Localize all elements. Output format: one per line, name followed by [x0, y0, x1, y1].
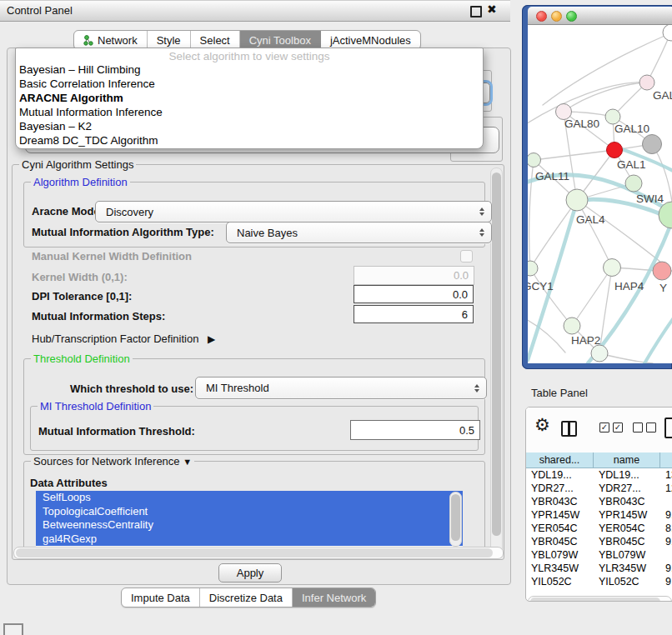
network-node[interactable]: [639, 75, 654, 90]
algorithm-option[interactable]: ARACNE Algorithm: [16, 91, 483, 105]
expander-right-arrow-icon[interactable]: ▶: [208, 333, 215, 345]
bottom-tabbar: Impute Data Discretize Data Infer Networ…: [121, 588, 376, 608]
table-row[interactable]: YBL079WYBL079W: [526, 548, 672, 562]
apply-button[interactable]: Apply: [218, 563, 282, 582]
data-attribute-item[interactable]: TopologicalCoefficient: [36, 505, 463, 519]
table-row[interactable]: YLR345WYLR345W9.: [526, 562, 672, 575]
tab-discretize-data-label: Discretize Data: [209, 592, 283, 604]
gear-icon[interactable]: ⚙: [534, 415, 550, 435]
mi-threshold-input[interactable]: 0.5: [350, 420, 480, 440]
table-cell: 9.: [660, 508, 672, 522]
tab-style-label: Style: [157, 34, 181, 47]
table-horizontal-scrollbar[interactable]: [528, 596, 672, 602]
settings-hscroll-thumb[interactable]: [16, 548, 493, 558]
hub-tf-definition-label: Hub/Transcription Factor Definition: [32, 332, 198, 345]
network-node[interactable]: [528, 261, 538, 276]
tab-style[interactable]: Style: [148, 31, 191, 49]
network-node[interactable]: [604, 259, 621, 277]
network-node[interactable]: [528, 153, 541, 168]
minimize-traffic-light[interactable]: [551, 11, 562, 22]
network-node[interactable]: [653, 262, 671, 280]
tab-cyni-toolbox[interactable]: Cyni Toolbox: [240, 31, 321, 49]
data-attribute-item[interactable]: gal4RGexp: [36, 532, 463, 547]
network-canvas[interactable]: GALGAL80GAL10GAL1GAL11SWI4GAL4GCY1HAP4YH…: [528, 25, 672, 363]
data-attribute-item[interactable]: SelfLoops: [36, 491, 463, 505]
network-node[interactable]: [566, 189, 588, 211]
aracne-mode-combo[interactable]: Discovery: [95, 201, 492, 222]
tab-jactivemnodules[interactable]: jActiveMNodules: [321, 31, 420, 49]
table-header-row: shared...name: [526, 452, 672, 468]
mi-threshold-value: 0.5: [459, 424, 474, 437]
node-label: GAL80: [564, 118, 599, 130]
network-edge: [577, 200, 612, 268]
mi-algorithm-type-label: Mutual Information Algorithm Type:: [32, 226, 214, 238]
network-window-titlebar[interactable]: [528, 7, 672, 25]
data-attribute-item[interactable]: BetweennessCentrality: [36, 518, 463, 532]
table-row[interactable]: YBR045CYBR045C9.: [526, 535, 672, 548]
kernel-width-input[interactable]: 0.0: [354, 266, 474, 285]
table-row[interactable]: YER054CYER054C8.: [526, 522, 672, 535]
which-threshold-combo[interactable]: MI Threshold: [195, 377, 487, 399]
mi-threshold-label: Mutual Information Threshold:: [38, 425, 195, 438]
window-grip[interactable]: [3, 623, 23, 635]
mi-steps-input[interactable]: 6: [354, 305, 474, 323]
cyni-algorithm-settings-title: Cyni Algorithm Settings: [19, 158, 136, 171]
network-node[interactable]: [591, 345, 608, 362]
document-icon[interactable]: [664, 418, 672, 438]
stepper-arrows-icon: [474, 384, 479, 392]
table-cell: YBR043C: [526, 495, 594, 508]
table-cell: YBR043C: [594, 495, 660, 508]
network-view-window: GALGAL80GAL10GAL1GAL11SWI4GAL4GCY1HAP4YH…: [522, 5, 672, 369]
tab-impute-data[interactable]: Impute Data: [122, 588, 200, 607]
algorithm-option[interactable]: Mutual Information Inference: [16, 105, 483, 119]
float-window-icon[interactable]: [470, 6, 482, 18]
table-cell: 13: [660, 468, 672, 482]
network-node[interactable]: [643, 135, 662, 154]
tab-infer-network[interactable]: Infer Network: [293, 588, 375, 607]
dpi-tolerance-input[interactable]: 0.0: [354, 285, 474, 303]
table-row[interactable]: YDL19...YDL19...13: [526, 468, 672, 482]
settings-vscroll-thumb[interactable]: [492, 172, 501, 536]
tab-network[interactable]: Network: [74, 31, 148, 49]
checked-checkbox-icon[interactable]: ✓: [613, 422, 623, 432]
unchecked-checkbox-icon[interactable]: [633, 422, 643, 432]
algorithm-option[interactable]: Bayesian – Hill Climbing: [16, 62, 483, 77]
close-traffic-light[interactable]: [536, 11, 547, 22]
algorithm-popup-list: Bayesian – Hill ClimbingBasic Correlatio…: [16, 62, 483, 148]
tab-select[interactable]: Select: [191, 31, 240, 49]
table-column-header[interactable]: shared...: [526, 452, 594, 468]
algorithm-option[interactable]: Dream8 DC_TDC Algorithm: [16, 133, 483, 148]
table-row[interactable]: YBR043CYBR043C: [526, 495, 672, 508]
mi-algorithm-type-combo[interactable]: Naive Bayes: [226, 222, 492, 243]
dpi-tolerance-label: DPI Tolerance [0,1]:: [32, 290, 132, 302]
unchecked-checkbox-icon[interactable]: [646, 422, 656, 432]
table-row[interactable]: YPR145WYPR145W9.: [526, 508, 672, 522]
expander-down-arrow-icon[interactable]: ▼: [183, 457, 192, 467]
network-edge: [644, 317, 672, 363]
manual-kernel-checkbox[interactable]: [460, 250, 473, 262]
table-column-header[interactable]: name: [594, 452, 660, 468]
hub-tf-definition-expander[interactable]: Hub/Transcription Factor Definition ▶: [32, 332, 215, 345]
zoom-traffic-light[interactable]: [566, 11, 577, 22]
stepper-arrows-icon: [479, 228, 484, 237]
attributes-list-scrollbar[interactable]: [449, 492, 462, 547]
network-node[interactable]: [625, 175, 642, 192]
settings-vertical-scrollbar[interactable]: [490, 168, 503, 556]
algorithm-option[interactable]: Basic Correlation Inference: [16, 77, 483, 91]
tab-discretize-data[interactable]: Discretize Data: [200, 588, 293, 607]
settings-horizontal-scrollbar[interactable]: [13, 547, 504, 559]
network-node[interactable]: [663, 25, 672, 41]
close-icon[interactable]: ✖: [487, 2, 497, 16]
network-canvas-svg: GALGAL80GAL10GAL1GAL11SWI4GAL4GCY1HAP4YH…: [528, 25, 672, 363]
column-view-icon[interactable]: [561, 421, 577, 437]
table-row[interactable]: YDR27...YDR27...12: [526, 482, 672, 495]
table-hscroll-thumb[interactable]: [530, 598, 660, 602]
attributes-scroll-thumb[interactable]: [451, 494, 460, 541]
table-row[interactable]: YIL052CYIL052C9: [526, 575, 672, 588]
algorithm-option[interactable]: Bayesian – K2: [16, 119, 483, 133]
table-cell: YLR345W: [526, 562, 594, 575]
network-node[interactable]: [607, 142, 623, 158]
checked-checkbox-icon[interactable]: ✓: [599, 422, 609, 432]
network-node[interactable]: [564, 318, 580, 334]
table-column-header[interactable]: [660, 452, 672, 468]
